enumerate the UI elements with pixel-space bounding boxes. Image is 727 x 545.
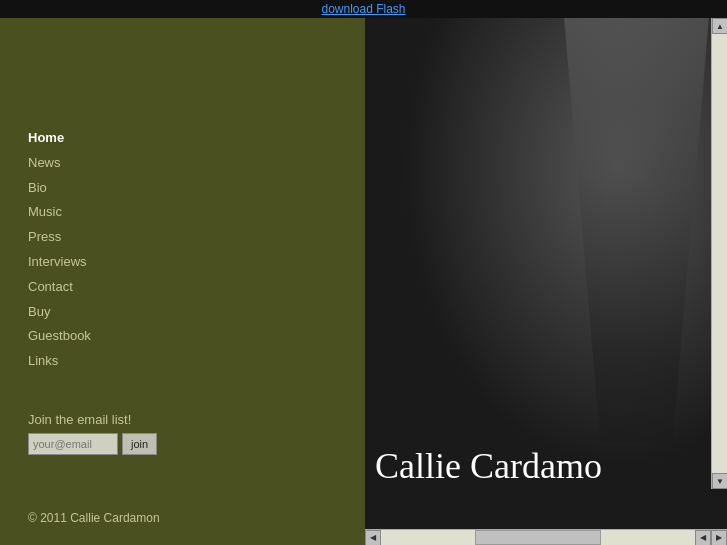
flash-container: Callie Cardamo ▲ ▼ [365,18,727,517]
h-scroll-thumb [475,530,601,545]
nav-item-guestbook[interactable]: Guestbook [28,326,365,347]
email-input[interactable] [28,433,118,455]
right-scrollbar: ▲ ▼ [711,18,727,489]
download-flash-link[interactable]: download Flash [321,2,405,16]
email-form: join [28,433,365,455]
artist-name-overlay: Callie Cardamo [375,445,602,487]
email-section: Join the email list! join [28,412,365,455]
nav-item-interviews[interactable]: Interviews [28,252,365,273]
nav-item-press[interactable]: Press [28,227,365,248]
join-button[interactable]: join [122,433,157,455]
nav-item-contact[interactable]: Contact [28,277,365,298]
scroll-up-button[interactable]: ▲ [712,18,727,34]
main-layout: HomeNewsBioMusicPressInterviewsContactBu… [0,18,727,545]
nav-item-links[interactable]: Links [28,351,365,372]
sidebar: HomeNewsBioMusicPressInterviewsContactBu… [0,18,365,545]
scroll-right-button-1[interactable]: ◀ [695,530,711,546]
scroll-down-button[interactable]: ▼ [712,473,727,489]
top-bar: download Flash [0,0,727,18]
content-area: Callie Cardamo ▲ ▼ ◀ ◀ ▶ [365,18,727,545]
nav-item-news[interactable]: News [28,153,365,174]
scroll-left-button[interactable]: ◀ [365,530,381,546]
artist-photo [365,18,727,517]
copyright-text: © 2011 Callie Cardamon [28,511,160,525]
nav-item-music[interactable]: Music [28,202,365,223]
h-scroll-track [381,530,695,545]
scroll-right-button-2[interactable]: ▶ [711,530,727,546]
email-list-label: Join the email list! [28,412,365,427]
bottom-scrollbar: ◀ ◀ ▶ [365,529,727,545]
nav-item-buy[interactable]: Buy [28,302,365,323]
scroll-track [712,34,727,473]
nav-menu: HomeNewsBioMusicPressInterviewsContactBu… [28,128,365,372]
nav-item-home[interactable]: Home [28,128,365,149]
nav-item-bio[interactable]: Bio [28,178,365,199]
